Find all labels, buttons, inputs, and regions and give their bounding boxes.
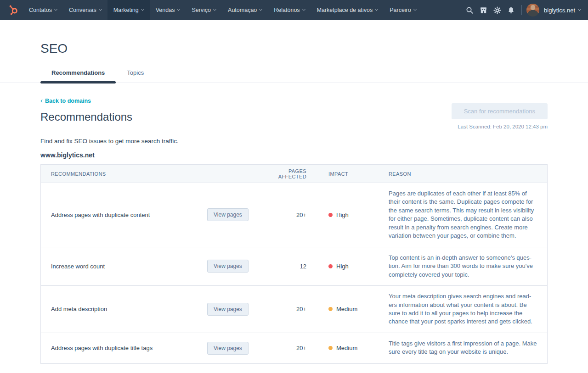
table-row: Address pages with duplicate title tags … (41, 333, 547, 363)
header-recommendations: RECOMMENDATIONS (51, 171, 207, 177)
recommendations-heading: Recommendations (40, 111, 132, 123)
impact-dot-icon (328, 264, 333, 268)
nav-item-serviço[interactable]: Serviço (186, 0, 222, 20)
nav-item-contatos[interactable]: Contatos (23, 0, 63, 20)
table-row: Add meta description View pages 20+ Medi… (41, 286, 547, 333)
impact-label: High (336, 212, 349, 218)
chevron-down-icon (141, 7, 144, 11)
chevron-down-icon (99, 7, 102, 11)
account-name: biglytics.net (544, 7, 575, 14)
view-pages-button[interactable]: View pages (207, 260, 249, 273)
chevron-down-icon (375, 7, 378, 11)
pages-affected-value: 20+ (262, 306, 306, 312)
reason-text: Title tags give visitors a first impress… (389, 333, 537, 363)
chevron-down-icon (213, 7, 216, 11)
chevron-left-icon: ‹ (40, 97, 43, 104)
header-impact: IMPACT (306, 171, 389, 177)
notifications-icon[interactable] (504, 0, 518, 20)
page-description: Find and fix SEO issues to get more sear… (40, 138, 548, 145)
nav-menu: Contatos Conversas Marketing Vendas Serv… (23, 0, 422, 20)
nav-item-relatórios[interactable]: Relatórios (268, 0, 311, 20)
avatar[interactable] (526, 4, 539, 17)
view-pages-button[interactable]: View pages (207, 208, 249, 221)
header-reason: REASON (389, 171, 537, 177)
chevron-down-icon (259, 7, 262, 11)
nav-item-vendas[interactable]: Vendas (150, 0, 186, 20)
view-pages-button[interactable]: View pages (207, 342, 249, 355)
recommendation-label: Increase word count (51, 263, 207, 270)
nav-item-parceiro[interactable]: Parceiro (384, 0, 422, 20)
pages-affected-value: 12 (262, 263, 306, 270)
hubspot-logo-icon[interactable] (4, 0, 23, 20)
domain-name: www.biglytics.net (40, 151, 548, 159)
nav-divider (521, 5, 522, 15)
impact-dot-icon (328, 307, 333, 311)
marketplace-icon[interactable] (476, 0, 490, 20)
header-pages-affected: PAGES AFFECTED (262, 168, 306, 179)
last-scanned-text: Last Scanned: Feb 20, 2020 12:43 pm (452, 124, 548, 129)
impact-label: High (336, 263, 349, 270)
impact-label: Medium (336, 306, 357, 312)
reason-text: Top content is an in-depth answer to som… (389, 247, 537, 285)
table-header-row: RECOMMENDATIONS PAGES AFFECTED IMPACT RE… (41, 165, 547, 183)
tab-topics[interactable]: Topics (116, 66, 155, 83)
nav-item-automação[interactable]: Automação (222, 0, 268, 20)
account-menu[interactable]: biglytics.net (544, 7, 581, 14)
chevron-down-icon (302, 7, 305, 11)
recommendations-table: RECOMMENDATIONS PAGES AFFECTED IMPACT RE… (40, 164, 548, 364)
chevron-down-icon (413, 7, 417, 11)
nav-item-marketing[interactable]: Marketing (107, 0, 150, 20)
table-row: Increase word count View pages 12 High T… (41, 247, 547, 286)
scan-for-recommendations-button[interactable]: Scan for recommendations (452, 103, 548, 119)
pages-affected-value: 20+ (262, 345, 306, 351)
nav-item-marketplace-de-ativos[interactable]: Marketplace de ativos (311, 0, 384, 20)
view-pages-button[interactable]: View pages (207, 303, 249, 316)
chevron-down-icon (54, 7, 57, 11)
nav-right: biglytics.net (463, 0, 588, 20)
impact-label: Medium (336, 345, 357, 351)
nav-item-conversas[interactable]: Conversas (63, 0, 107, 20)
pages-affected-value: 20+ (262, 212, 306, 218)
recommendation-label: Add meta description (51, 306, 207, 312)
page-title: SEO (40, 41, 588, 56)
tabs-bar: Recommendations Topics (0, 66, 588, 83)
chevron-down-icon (578, 7, 581, 11)
back-to-domains-link[interactable]: ‹ Back to domains (40, 97, 91, 104)
reason-text: Your meta description gives search engin… (389, 286, 537, 333)
impact-dot-icon (328, 346, 333, 350)
chevron-down-icon (177, 7, 180, 11)
sprocket-icon (7, 4, 19, 16)
recommendation-label: Address pages with duplicate content (51, 212, 207, 218)
table-row: Address pages with duplicate content Vie… (41, 183, 547, 247)
recommendation-label: Address pages with duplicate title tags (51, 345, 207, 351)
reason-text: Pages are duplicates of each other if at… (389, 183, 537, 247)
table-body: Address pages with duplicate content Vie… (41, 183, 547, 363)
settings-icon[interactable] (490, 0, 504, 20)
top-navbar: Contatos Conversas Marketing Vendas Serv… (0, 0, 588, 20)
impact-dot-icon (328, 213, 333, 217)
main-content: ‹ Back to domains Recommendations Scan f… (0, 83, 588, 364)
tab-recommendations[interactable]: Recommendations (40, 66, 116, 83)
search-icon[interactable] (463, 0, 476, 20)
